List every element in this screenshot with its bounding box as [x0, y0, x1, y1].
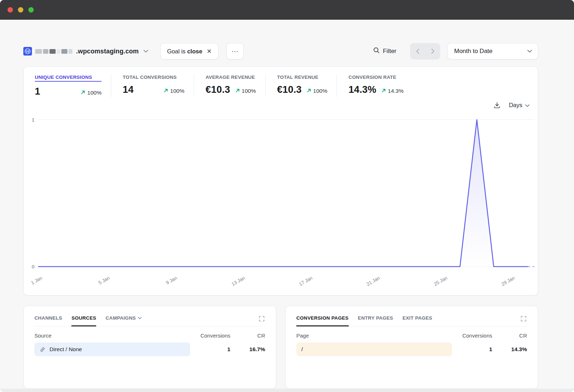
metric-unique-conversions[interactable]: UNIQUE CONVERSIONS 1 100% — [35, 75, 111, 97]
chevron-down-icon — [527, 50, 532, 53]
trend-up-icon — [235, 88, 240, 94]
wordpress-icon — [23, 47, 32, 56]
zoom-window-button[interactable] — [28, 7, 34, 13]
chevron-down-icon — [144, 50, 148, 53]
date-range-select[interactable]: Month to Date — [447, 43, 538, 59]
tab-channels[interactable]: CHANNELS — [34, 315, 62, 326]
tab-campaigns[interactable]: CAMPAIGNS — [105, 315, 142, 326]
metric-label: TOTAL REVENUE — [277, 75, 327, 80]
previous-period-button[interactable] — [410, 43, 425, 59]
goal-filter-chip[interactable]: Goal is close ✕ — [160, 43, 218, 59]
metric-value: 14.3% — [348, 84, 376, 95]
conversions-card: UNIQUE CONVERSIONS 1 100% TOTAL CONVERSI… — [23, 66, 538, 296]
close-window-button[interactable] — [8, 7, 13, 13]
metric-value: 1 — [35, 86, 40, 97]
source-conversions: 1 — [190, 346, 230, 353]
column-conversions: Conversions — [190, 333, 230, 339]
trend-up-icon — [164, 88, 168, 94]
sources-table-header: Source Conversions CR — [34, 333, 265, 339]
chevron-down-icon — [525, 102, 530, 109]
chart-svg — [38, 120, 534, 267]
metric-trend: 100% — [164, 88, 184, 94]
metrics-row: UNIQUE CONVERSIONS 1 100% TOTAL CONVERSI… — [24, 67, 538, 97]
app-window: .wpcomstaging.com Goal is close ✕ ... Fi… — [0, 0, 574, 392]
interval-select[interactable]: Days — [509, 102, 530, 109]
tab-conversion-pages[interactable]: CONVERSION PAGES — [296, 315, 349, 326]
source-name: Direct / None — [50, 346, 82, 353]
source-cr: 16.7% — [230, 346, 265, 353]
trend-value: 100% — [170, 88, 184, 94]
trend-value: 100% — [87, 90, 102, 96]
link-icon — [39, 346, 46, 353]
metric-value: €10.3 — [206, 84, 230, 95]
table-row[interactable]: / 1 14.3% — [296, 343, 527, 356]
pages-panel-tabs: CONVERSION PAGES ENTRY PAGES EXIT PAGES — [296, 315, 527, 326]
metric-label: CONVERSION RATE — [348, 75, 404, 80]
expand-panel-icon[interactable] — [520, 315, 527, 326]
y-axis-tick-label: 0 — [25, 264, 34, 269]
x-axis-tick-label: 13 Jan — [231, 275, 246, 287]
search-icon — [373, 47, 380, 56]
page-cr: 14.3% — [492, 346, 527, 353]
metric-trend: 14.3% — [381, 88, 404, 94]
site-selector[interactable]: .wpcomstaging.com — [23, 47, 148, 56]
column-page: Page — [296, 333, 452, 339]
interval-value: Days — [509, 102, 522, 109]
page-bottom-strip — [0, 389, 574, 392]
trend-up-icon — [81, 90, 85, 96]
goal-filter-text: Goal is close — [167, 48, 202, 55]
metric-total-conversions[interactable]: TOTAL CONVERSIONS 14 100% — [111, 75, 194, 97]
filter-button[interactable]: Filter — [373, 47, 396, 56]
x-axis-tick-label: 29 Jan — [500, 275, 516, 287]
chevron-down-icon — [138, 317, 142, 319]
metric-value: 14 — [123, 84, 133, 95]
column-conversions: Conversions — [452, 333, 492, 339]
page-share-bar: / — [296, 343, 452, 356]
metric-trend: 100% — [81, 90, 102, 96]
remove-filter-icon[interactable]: ✕ — [207, 48, 212, 54]
x-axis-tick-label: 1 Jan — [30, 275, 43, 286]
x-axis-tick-label: 25 Jan — [433, 275, 448, 287]
trend-value: 14.3% — [388, 88, 404, 94]
window-titlebar — [0, 0, 574, 20]
series-line — [38, 120, 527, 267]
tab-entry-pages[interactable]: ENTRY PAGES — [358, 315, 393, 326]
goal-filter-value: close — [187, 48, 202, 54]
page-conversions: 1 — [452, 346, 492, 353]
metric-label: AVERAGE REVENUE — [206, 75, 256, 80]
dashboard-page: .wpcomstaging.com Goal is close ✕ ... Fi… — [0, 43, 574, 389]
page-path: / — [301, 346, 303, 353]
more-options-button[interactable]: ... — [226, 43, 244, 59]
download-chart-icon[interactable] — [493, 101, 501, 109]
sources-panel-tabs: CHANNELS SOURCES CAMPAIGNS — [34, 315, 265, 326]
x-axis-tick-label: 17 Jan — [298, 275, 314, 287]
x-axis-tick-label: 21 Jan — [366, 275, 381, 287]
metric-trend: 100% — [235, 88, 256, 94]
trend-up-icon — [307, 88, 311, 94]
tab-sources[interactable]: SOURCES — [71, 315, 96, 326]
metric-label: TOTAL CONVERSIONS — [123, 75, 184, 80]
metric-label: UNIQUE CONVERSIONS — [35, 75, 102, 82]
pages-table-header: Page Conversions CR — [296, 333, 527, 339]
header-right-controls: Filter Month to Date — [373, 43, 538, 59]
metric-average-revenue[interactable]: AVERAGE REVENUE €10.3 100% — [194, 75, 265, 97]
next-period-button[interactable] — [425, 43, 440, 59]
redacted-site-name — [35, 49, 72, 54]
date-pager — [410, 43, 440, 59]
window-controls — [8, 7, 34, 13]
x-axis-tick-label: 5 Jan — [98, 275, 110, 286]
goal-filter-prefix: Goal is — [167, 48, 187, 54]
y-axis-tick-label: 1 — [25, 117, 34, 123]
column-source: Source — [34, 333, 190, 339]
column-cr: CR — [492, 333, 527, 339]
chart-toolbar: Days — [493, 101, 530, 109]
column-cr: CR — [230, 333, 265, 339]
table-row[interactable]: Direct / None 1 16.7% — [34, 343, 265, 356]
metric-total-revenue[interactable]: TOTAL REVENUE €10.3 100% — [265, 75, 337, 97]
minimize-window-button[interactable] — [18, 7, 23, 13]
expand-panel-icon[interactable] — [258, 315, 265, 326]
tab-exit-pages[interactable]: EXIT PAGES — [403, 315, 432, 326]
pages-panel: CONVERSION PAGES ENTRY PAGES EXIT PAGES … — [285, 306, 538, 389]
metric-conversion-rate[interactable]: CONVERSION RATE 14.3% 14.3% — [337, 75, 413, 97]
trend-up-icon — [381, 88, 386, 94]
